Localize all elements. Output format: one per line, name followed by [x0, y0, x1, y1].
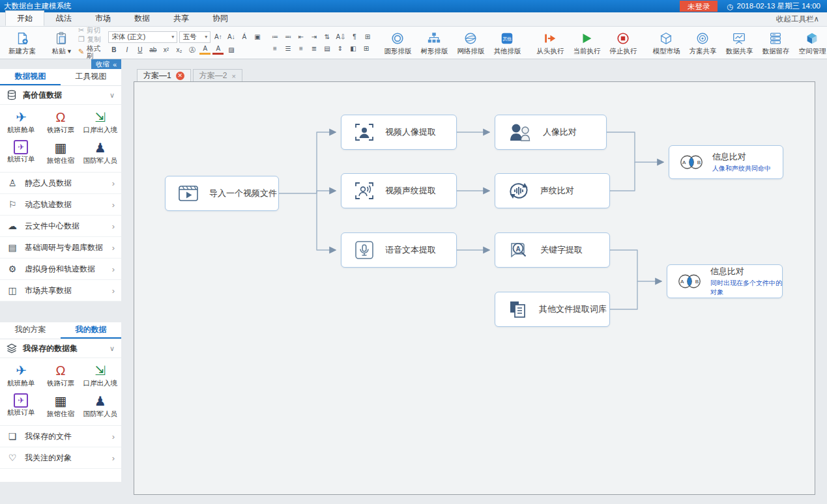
character-shading-button[interactable]: ▨ [225, 45, 237, 55]
justify-button[interactable]: ≣ [308, 44, 319, 53]
paragraph-marks-button[interactable]: ¶ [349, 32, 360, 42]
list-item-dynamic-trajectory-data[interactable]: ⚐动态轨迹数据› [0, 194, 121, 216]
tab-collaborate[interactable]: 协同 [201, 10, 240, 26]
dataset-flight-manifest[interactable]: ✈航班舱单 [1, 107, 41, 137]
close-tab-icon[interactable]: × [231, 72, 235, 80]
collapse-toolbar-button[interactable]: 收起工具栏∧ [776, 14, 819, 24]
font-size-select[interactable]: 五号▾ [179, 31, 210, 43]
dataset-railway-ticket[interactable]: Ω铁路订票 [41, 107, 81, 137]
list-item-basic-research-thematic-data[interactable]: ▤基础调研与专题库数据› [0, 237, 121, 259]
node-info-compare-1[interactable]: A B 信息比对 人像和声纹共同命中 [669, 145, 783, 179]
saved-dataset-header[interactable]: 我保存的数据集 ∨ [0, 339, 121, 358]
subscript-button[interactable]: x₂ [173, 45, 184, 55]
dataset-flight-order[interactable]: ✈航班订单 [1, 391, 41, 421]
align-center-button[interactable]: ☰ [282, 44, 293, 53]
tab-data[interactable]: 数据 [123, 10, 162, 26]
plan-share-button[interactable]: 方案共享 [685, 31, 720, 55]
node-video-face-extract[interactable]: 视频人像提取 [341, 115, 457, 150]
increase-indent-button[interactable]: ⇥ [308, 32, 319, 42]
paste-button[interactable]: 粘贴 ▾ [48, 31, 76, 55]
node-voice-compare[interactable]: 声纹比对 [495, 173, 610, 208]
space-management-button[interactable]: 空间管理 [794, 31, 827, 55]
insert-table-button[interactable]: ⊞ [362, 32, 373, 42]
numbered-list-button[interactable]: ≕ [282, 32, 293, 42]
run-current-button[interactable]: 当前执行 [569, 31, 604, 55]
tab-share[interactable]: 共享 [162, 10, 201, 26]
model-market-button[interactable]: 模型市场 [648, 31, 684, 55]
stop-execution-button[interactable]: 停止执行 [605, 31, 641, 55]
bold-button[interactable]: B [108, 45, 119, 55]
shading-button[interactable]: ◧ [347, 44, 358, 53]
dataset-border-entry-exit[interactable]: ⇲口岸出入境 [80, 107, 120, 137]
enclose-characters-button[interactable]: Ⓐ [186, 45, 197, 55]
list-item-static-personnel-data[interactable]: ♙静态人员数据› [0, 173, 121, 194]
phonetic-guide-button[interactable]: Á [239, 32, 250, 42]
character-border-button[interactable]: ▣ [252, 32, 263, 42]
underline-button[interactable]: U [134, 45, 145, 55]
doc-tab-plan-2[interactable]: 方案—2 × [193, 69, 242, 82]
new-plan-button[interactable]: 新建方案 [5, 31, 40, 55]
tab-tool-view[interactable]: 工具视图 [61, 69, 121, 85]
highlight-color-button[interactable]: A [199, 45, 210, 55]
distributed-button[interactable]: ▤ [321, 44, 332, 53]
shrink-font-button[interactable]: A↓ [225, 32, 237, 42]
dataset-defense-personnel[interactable]: ♟国防军人员 [80, 137, 120, 168]
italic-button[interactable]: I [121, 45, 132, 55]
superscript-button[interactable]: x² [160, 45, 171, 55]
data-retention-button[interactable]: 数据留存 [758, 31, 793, 55]
list-item-my-followed-objects[interactable]: ♡我关注的对象› [0, 447, 121, 469]
dataset-border-entry-exit[interactable]: ⇲口岸出入境 [80, 360, 120, 391]
tree-layout-button[interactable]: 树形排版 [416, 31, 452, 55]
doc-tab-plan-1[interactable]: 方案—1 ✕ [137, 69, 191, 82]
node-info-compare-2[interactable]: A B 信息比对 同时出现在多个文件中的对象 [667, 264, 783, 298]
sort-button[interactable]: A⇩ [334, 32, 347, 42]
run-from-start-button[interactable]: 从头执行 [532, 31, 568, 55]
data-share-button[interactable]: 数据共享 [721, 31, 757, 55]
font-color-button[interactable]: A [212, 45, 224, 55]
network-layout-button[interactable]: 网络排版 [453, 31, 488, 55]
high-value-data-header[interactable]: 高价值数据 ∨ [0, 86, 121, 105]
node-other-file-lexicon[interactable]: 其他文件提取词库 [495, 292, 610, 327]
node-speech-text-extract[interactable]: 语音文本提取 [341, 232, 457, 268]
grow-font-button[interactable]: A↑ [212, 32, 224, 42]
dataset-hotel-stay[interactable]: ▦旅馆住宿 [41, 137, 81, 168]
flow-canvas[interactable]: 导入一个视频文件 视频人像提取 视频声纹提取 [134, 81, 815, 495]
login-status-badge[interactable]: 未登录 [680, 1, 718, 12]
strikethrough-button[interactable]: ab [147, 45, 158, 55]
dataset-hotel-stay[interactable]: ▦旅馆住宿 [41, 391, 81, 421]
cut-button[interactable]: ✂剪切 [78, 27, 102, 34]
circle-layout-button[interactable]: 圆形排版 [380, 31, 415, 55]
sidebar-collapse-button[interactable]: 收缩« [91, 59, 121, 69]
line-spacing-button[interactable]: ⇕ [334, 44, 345, 53]
node-face-compare[interactable]: 人像比对 [495, 115, 607, 150]
close-tab-icon[interactable]: ✕ [176, 72, 184, 80]
dataset-flight-order[interactable]: ✈航班订单 [1, 137, 41, 168]
list-item-my-saved-files[interactable]: ❏我保存的文件› [0, 426, 121, 447]
node-video-voice-extract[interactable]: 视频声纹提取 [341, 173, 457, 208]
decrease-indent-button[interactable]: ⇤ [295, 32, 306, 42]
text-direction-button[interactable]: ⇅ [321, 32, 332, 42]
chevron-down-icon: ▾ [171, 34, 174, 40]
align-left-button[interactable]: ≡ [269, 44, 280, 53]
bullet-list-button[interactable]: ≔ [269, 32, 280, 42]
node-import-video[interactable]: 导入一个视频文件 [165, 176, 279, 211]
list-item-virtual-identity-trajectory-data[interactable]: ⚙虚拟身份和轨迹数据› [0, 259, 121, 280]
other-layout-button[interactable]: 其他 其他排版 [489, 31, 525, 55]
dataset-railway-ticket[interactable]: Ω铁路订票 [41, 360, 81, 391]
tab-data-view[interactable]: 数据视图 [0, 69, 61, 85]
format-painter-button[interactable]: ✎格式刷 [78, 45, 102, 59]
dataset-flight-manifest[interactable]: ✈航班舱单 [1, 360, 41, 391]
node-keyword-extract[interactable]: A 关键字提取 [495, 232, 610, 268]
tab-my-plans[interactable]: 我的方案 [0, 322, 61, 339]
align-right-button[interactable]: ≡ [295, 44, 306, 53]
dataset-defense-personnel[interactable]: ♟国防军人员 [80, 391, 120, 421]
list-item-market-shared-data[interactable]: ◫市场共享数据› [0, 280, 121, 301]
tab-market[interactable]: 市场 [83, 10, 123, 26]
tab-start[interactable]: 开始 [5, 10, 44, 26]
list-item-cloud-file-center-data[interactable]: ☁云文件中心数据› [0, 216, 121, 237]
tab-my-data[interactable]: 我的数据 [61, 322, 121, 339]
borders-button[interactable]: ⊞ [360, 44, 371, 53]
font-family-select[interactable]: 宋体 (正文)▾ [108, 31, 177, 43]
copy-button[interactable]: ❐复制 [78, 36, 102, 43]
tab-tactics[interactable]: 战法 [44, 10, 83, 26]
